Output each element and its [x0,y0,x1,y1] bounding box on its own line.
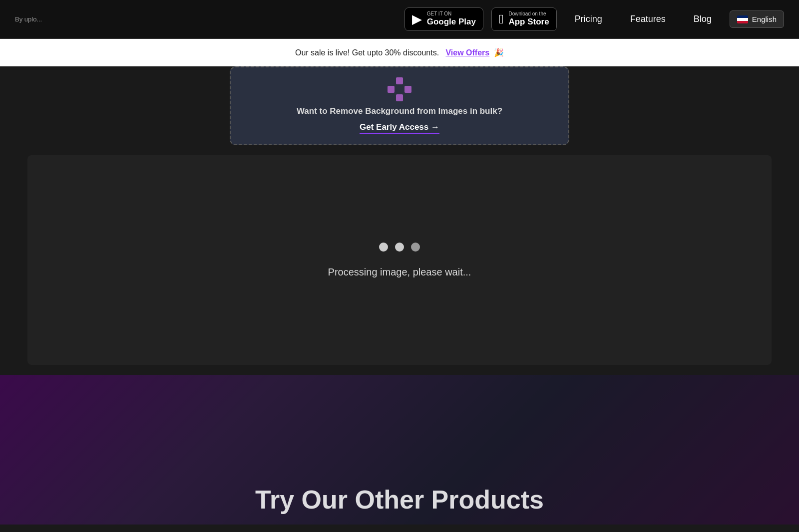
features-link[interactable]: Features [620,14,676,24]
dot-1 [379,243,388,252]
bulk-card: Want to Remove Background from Images in… [230,66,569,145]
app-store-text: Download on the App Store [508,11,549,27]
google-play-text: GET IT ON Google Play [427,11,476,27]
bulk-icon-area [246,77,553,101]
pixel-1 [388,77,395,84]
pixel-5 [396,86,403,93]
pixel-9 [404,94,411,101]
app-store-name: App Store [508,17,549,27]
dot-3 [411,243,420,252]
view-offers-link[interactable]: View Offers [445,48,489,57]
google-play-badge[interactable]: ▶ GET IT ON Google Play [404,7,483,30]
google-play-sub: GET IT ON [427,11,476,17]
get-early-access-link[interactable]: Get Early Access → [360,122,439,134]
sale-text: Our sale is live! Get upto 30% discounts… [295,48,439,57]
pixel-6 [404,86,411,93]
footer-title: Try Our Other Products [255,485,544,515]
sale-emoji: 🎉 [494,48,504,57]
pixel-2 [396,77,403,84]
bulk-card-heading: Want to Remove Background from Images in… [246,106,553,116]
dot-2 [395,243,404,252]
flag-uk-icon [737,15,748,23]
google-play-name: Google Play [427,17,476,27]
processing-text: Processing image, please wait... [328,266,471,278]
loading-dots [379,243,420,252]
pixel-7 [388,94,395,101]
blog-link[interactable]: Blog [684,14,722,24]
apple-icon:  [499,11,504,27]
header: By uplo... ▶ GET IT ON Google Play  Dow… [0,0,799,39]
app-store-badge[interactable]:  Download on the App Store [491,7,557,30]
header-upload-text: By uplo... [15,15,42,23]
language-button[interactable]: English [730,10,784,28]
bulk-card-wrapper: Want to Remove Background from Images in… [0,66,799,145]
processing-area: Processing image, please wait... [27,155,772,365]
pixel-3 [404,77,411,84]
pricing-link[interactable]: Pricing [565,14,612,24]
google-play-icon: ▶ [412,11,422,27]
language-label: English [752,15,777,23]
footer-section: Try Our Other Products [0,375,799,525]
pixel-8 [396,94,403,101]
pixel-grid-icon [388,77,411,101]
sale-banner: Our sale is live! Get upto 30% discounts… [0,39,799,66]
app-store-sub: Download on the [508,11,549,17]
pixel-4 [388,86,395,93]
